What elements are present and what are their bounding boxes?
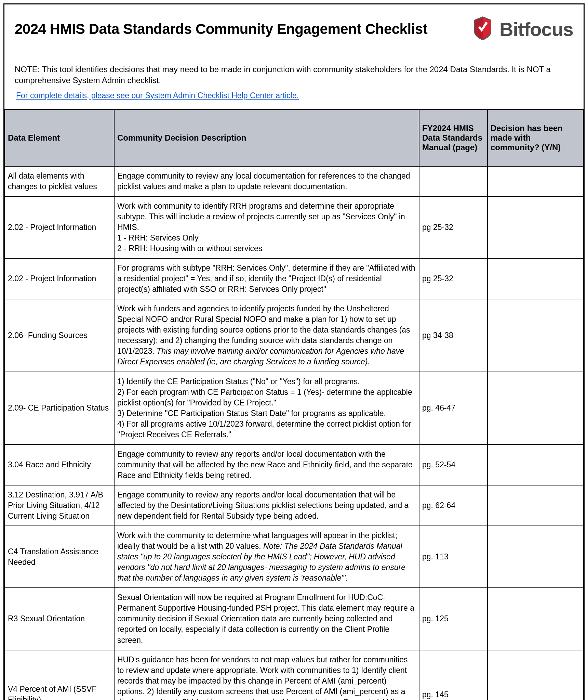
cell-decision: [487, 258, 583, 299]
table-row: 2.02 - Project InformationWork with comm…: [5, 196, 583, 258]
cell-decision: [487, 444, 583, 485]
cell-data-element: All data elements with changes to pickli…: [5, 166, 114, 196]
table-row: V4 Percent of AMI (SSVF Eligibility)HUD'…: [5, 650, 583, 700]
cell-decision: [487, 485, 583, 526]
cell-data-element: 2.09- CE Participation Status: [5, 372, 114, 444]
table-row: C4 Translation Assistance NeededWork wit…: [5, 526, 583, 588]
table-row: 3.04 Race and EthnicityEngage community …: [5, 444, 583, 485]
header-manual-page: FY2024 HMIS Data Standards Manual (page): [419, 109, 487, 166]
cell-decision: [487, 196, 583, 258]
cell-decision: [487, 166, 583, 196]
cell-description: Work with the community to determine wha…: [114, 526, 419, 588]
page-title: 2024 HMIS Data Standards Community Engag…: [15, 21, 427, 37]
cell-decision: [487, 650, 583, 700]
cell-description: Sexual Orientation will now be required …: [114, 588, 419, 650]
cell-data-element: 2.06- Funding Sources: [5, 299, 114, 372]
cell-description: Engage community to review any local doc…: [114, 166, 419, 196]
table-row: R3 Sexual OrientationSexual Orientation …: [5, 588, 583, 650]
document-header: 2024 HMIS Data Standards Community Engag…: [4, 4, 584, 109]
cell-manual-page: pg. 52-54: [419, 444, 487, 485]
cell-data-element: 3.12 Destination, 3.917 A/B Prior Living…: [5, 485, 114, 526]
header-decision: Decision has been made with community? (…: [487, 109, 583, 166]
cell-description: For programs with subtype "RRH: Services…: [114, 258, 419, 299]
header-data-element: Data Element: [5, 109, 114, 166]
cell-manual-page: pg. 145: [419, 650, 487, 700]
cell-data-element: C4 Translation Assistance Needed: [5, 526, 114, 588]
cell-manual-page: [419, 166, 487, 196]
table-row: 3.12 Destination, 3.917 A/B Prior Living…: [5, 485, 583, 526]
header-description: Community Decision Description: [114, 109, 419, 166]
checklist-table: Data Element Community Decision Descript…: [4, 109, 584, 700]
brand-logo-text: Bitfocus: [499, 18, 573, 40]
cell-manual-page: pg. 113: [419, 526, 487, 588]
table-header-row: Data Element Community Decision Descript…: [5, 109, 583, 166]
cell-data-element: 2.02 - Project Information: [5, 196, 114, 258]
cell-manual-page: pg 25-32: [419, 196, 487, 258]
cell-description: Work with community to identify RRH prog…: [114, 196, 419, 258]
cell-manual-page: pg 34-38: [419, 299, 487, 372]
note-text: NOTE: This tool identifies decisions tha…: [15, 64, 573, 86]
cell-decision: [487, 299, 583, 372]
cell-manual-page: pg. 62-64: [419, 485, 487, 526]
cell-manual-page: pg. 125: [419, 588, 487, 650]
cell-data-element: R3 Sexual Orientation: [5, 588, 114, 650]
cell-manual-page: pg 25-32: [419, 258, 487, 299]
cell-description: 1) Identify the CE Participation Status …: [114, 372, 419, 444]
cell-decision: [487, 372, 583, 444]
help-center-link[interactable]: For complete details, please see our Sys…: [15, 91, 299, 100]
brand-logo: Bitfocus: [471, 15, 573, 43]
cell-description: Work with funders and agencies to identi…: [114, 299, 419, 372]
cell-decision: [487, 588, 583, 650]
bitfocus-mark-icon: [471, 15, 495, 43]
table-row: 2.06- Funding SourcesWork with funders a…: [5, 299, 583, 372]
table-row: 2.09- CE Participation Status1) Identify…: [5, 372, 583, 444]
cell-data-element: 2.02 - Project Information: [5, 258, 114, 299]
table-row: All data elements with changes to pickli…: [5, 166, 583, 196]
cell-decision: [487, 526, 583, 588]
cell-data-element: V4 Percent of AMI (SSVF Eligibility): [5, 650, 114, 700]
cell-manual-page: pg. 46-47: [419, 372, 487, 444]
cell-data-element: 3.04 Race and Ethnicity: [5, 444, 114, 485]
cell-description: HUD's guidance has been for vendors to n…: [114, 650, 419, 700]
cell-description: Engage community to review any reports a…: [114, 485, 419, 526]
table-row: 2.02 - Project InformationFor programs w…: [5, 258, 583, 299]
cell-description: Engage community to review any reports a…: [114, 444, 419, 485]
